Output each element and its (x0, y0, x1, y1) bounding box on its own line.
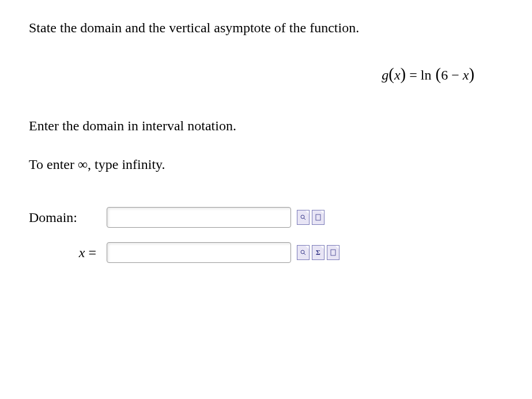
equation-ln: ln (421, 67, 432, 82)
x-var: x (79, 245, 85, 260)
hint-text: To enter ∞, type infinity. (29, 157, 503, 172)
x-input[interactable] (107, 242, 291, 263)
instruction-text: Enter the domain in interval notation. (29, 118, 503, 134)
svg-line-1 (304, 218, 305, 220)
preview-icon[interactable] (297, 210, 310, 225)
svg-rect-2 (316, 214, 320, 220)
equation-equals: = (406, 67, 421, 82)
x-answer-row: x = Σ (29, 242, 503, 263)
domain-label: Domain: (29, 210, 107, 225)
preview-icon[interactable] (297, 245, 310, 260)
domain-input[interactable] (107, 207, 291, 228)
sigma-icon[interactable]: Σ (312, 245, 325, 260)
equation-open-paren-1: ( (388, 67, 394, 82)
domain-answer-row: Domain: (29, 207, 503, 228)
equation-x-1: x (394, 67, 401, 82)
equation-close-paren-2: ) (469, 67, 474, 82)
equation-open-paren-2: ( (431, 67, 441, 82)
x-eq-sign: = (85, 245, 96, 260)
help-icon[interactable] (312, 210, 325, 225)
help-icon[interactable] (327, 245, 339, 260)
equation-six-minus: 6 − (441, 67, 463, 82)
equation-g: g (382, 67, 388, 82)
x-icon-group: Σ (297, 245, 339, 260)
domain-icon-group (297, 210, 325, 225)
x-equals-label: x = (29, 245, 107, 261)
equation-x-2: x (463, 67, 469, 82)
equation-close-paren-1: ) (401, 67, 406, 82)
sigma-glyph: Σ (316, 249, 320, 257)
question-prompt: State the domain and the vertical asympt… (29, 20, 503, 36)
function-equation: g(x) = ln (6 − x) (29, 65, 503, 84)
svg-line-4 (304, 253, 305, 255)
svg-rect-5 (331, 250, 335, 255)
